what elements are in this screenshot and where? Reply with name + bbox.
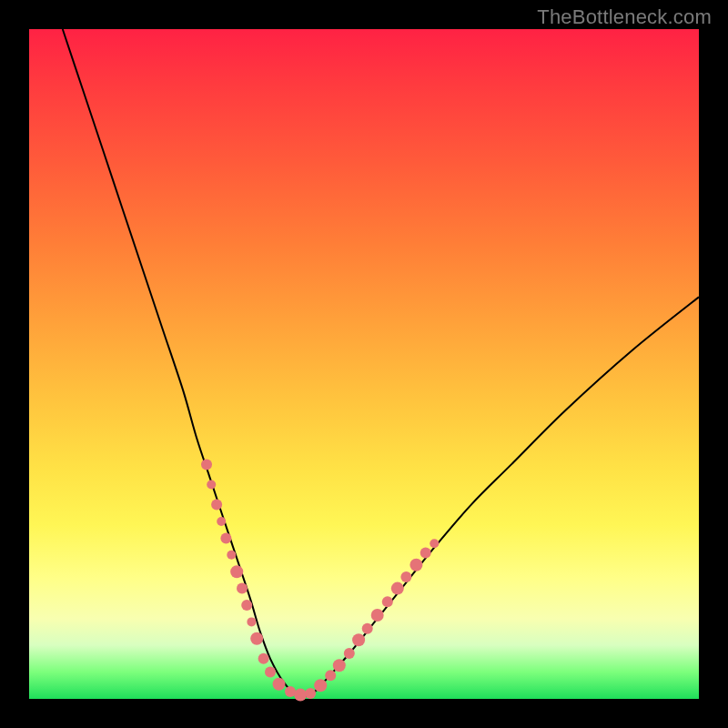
data-dot bbox=[430, 539, 439, 548]
data-dot bbox=[294, 689, 307, 702]
bottleneck-curve bbox=[63, 29, 699, 696]
data-dots bbox=[201, 459, 439, 701]
data-dot bbox=[258, 653, 269, 664]
data-dot bbox=[391, 582, 404, 595]
data-dot bbox=[344, 648, 355, 659]
data-dot bbox=[362, 623, 373, 634]
data-dot bbox=[400, 571, 411, 582]
watermark-label: TheBottleneck.com bbox=[537, 5, 712, 29]
data-dot bbox=[305, 688, 316, 699]
data-dot bbox=[220, 532, 231, 543]
chart-overlay bbox=[29, 29, 699, 699]
data-dot bbox=[241, 600, 252, 611]
data-dot bbox=[420, 548, 431, 559]
data-dot bbox=[382, 596, 393, 607]
data-dot bbox=[325, 670, 336, 681]
data-dot bbox=[352, 633, 365, 646]
data-dot bbox=[211, 500, 222, 511]
data-dot bbox=[371, 609, 384, 622]
data-dot bbox=[230, 565, 243, 578]
data-dot bbox=[201, 459, 212, 470]
data-dot bbox=[250, 632, 263, 645]
data-dot bbox=[333, 659, 346, 672]
data-dot bbox=[237, 583, 248, 594]
data-dot bbox=[207, 480, 216, 490]
data-dot bbox=[227, 551, 236, 560]
chart-frame: TheBottleneck.com bbox=[0, 0, 728, 728]
data-dot bbox=[410, 559, 422, 571]
data-dot bbox=[265, 667, 276, 678]
data-dot bbox=[314, 679, 327, 692]
data-dot bbox=[247, 617, 256, 626]
data-dot bbox=[217, 517, 226, 526]
data-dot bbox=[273, 678, 286, 691]
